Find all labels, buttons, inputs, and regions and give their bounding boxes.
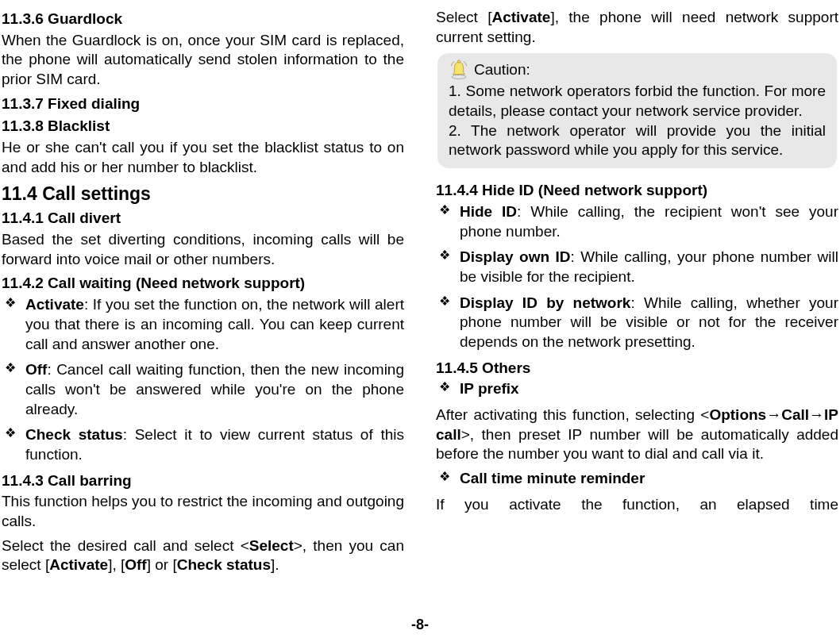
term-display-id-by-network: Display ID by network: [460, 294, 630, 311]
term-call: Call: [781, 406, 809, 423]
term-hide-id: Hide ID: [460, 203, 517, 220]
svg-point-0: [452, 75, 466, 79]
term-activate: Activate: [491, 9, 550, 25]
heading-11-4-2: 11.4.2 Call waiting (Need network suppor…: [2, 274, 404, 294]
term-check-status: Check status: [177, 556, 271, 573]
left-column: 11.3.6 Guardlock When the Guardlock is o…: [2, 6, 404, 609]
paragraph: Select the desired call and select <Sele…: [2, 536, 404, 575]
arrow-icon: →: [809, 406, 824, 423]
heading-11-4-4: 11.4.4 Hide ID (Need network support): [436, 181, 838, 201]
right-column: Select [Activate], the phone will need n…: [436, 6, 838, 609]
text: Select the desired call and select <: [2, 537, 249, 554]
paragraph: He or she can't call you if you set the …: [2, 138, 404, 177]
list-item: IP prefix: [436, 379, 838, 399]
text: ] or [: [147, 556, 177, 573]
list-item: Display ID by network: While calling, wh…: [436, 294, 838, 352]
page: 11.3.6 Guardlock When the Guardlock is o…: [0, 0, 840, 638]
heading-11-3-6: 11.3.6 Guardlock: [2, 10, 404, 29]
heading-11-4-1: 11.4.1 Call divert: [2, 209, 404, 229]
text: >, then preset IP number will be automat…: [436, 426, 838, 463]
list-item: Call time minute reminder: [436, 469, 838, 489]
paragraph: After activating this function, selectin…: [436, 405, 838, 464]
term-activate: Activate: [25, 296, 84, 313]
paragraph: If you activate the function, an elapsed…: [436, 495, 838, 515]
list-text: : While calling, the recipient won't see…: [460, 203, 838, 240]
text: After activating this function, selectin…: [436, 406, 709, 423]
caution-header: Caution:: [449, 60, 826, 80]
term-display-own-id: Display own ID: [460, 248, 571, 265]
term-call-time-reminder: Call time minute reminder: [460, 470, 645, 486]
list-item: Check status: Select it to view current …: [2, 425, 404, 464]
caution-bell-icon: [449, 60, 469, 80]
heading-11-3-7: 11.3.7 Fixed dialing: [2, 94, 404, 114]
paragraph: Select [Activate], the phone will need n…: [436, 8, 838, 47]
heading-11-4: 11.4 Call settings: [2, 183, 404, 206]
list-item: Activate: If you set the function on, th…: [2, 295, 404, 354]
list-others-2: Call time minute reminder: [436, 469, 838, 489]
paragraph: When the Guardlock is on, once your SIM …: [2, 31, 404, 90]
list-hide-id: Hide ID: While calling, the recipient wo…: [436, 202, 838, 352]
term-select: Select: [249, 537, 294, 554]
text: ], [: [108, 556, 125, 573]
term-activate: Activate: [49, 556, 108, 573]
term-check-status: Check status: [25, 426, 123, 443]
term-off: Off: [125, 556, 146, 573]
caution-label: Caution:: [474, 60, 530, 80]
caution-box: Caution: 1. Some network operators forbi…: [437, 53, 837, 168]
text: ].: [271, 556, 279, 573]
arrow-icon: →: [766, 406, 781, 423]
list-item: Hide ID: While calling, the recipient wo…: [436, 202, 838, 241]
page-number: -8-: [0, 617, 840, 633]
heading-11-4-5: 11.4.5 Others: [436, 359, 838, 379]
list-others: IP prefix: [436, 379, 838, 399]
columns: 11.3.6 Guardlock When the Guardlock is o…: [0, 6, 840, 609]
svg-point-1: [457, 60, 460, 63]
list-item: Display own ID: While calling, your phon…: [436, 248, 838, 286]
paragraph: Based the set diverting conditions, inco…: [2, 230, 404, 269]
paragraph: This function helps you to restrict the …: [2, 492, 404, 531]
list-item: Off: Cancel call waiting function, then …: [2, 360, 404, 419]
list-call-waiting: Activate: If you set the function on, th…: [2, 295, 404, 465]
heading-11-3-8: 11.3.8 Blacklist: [2, 117, 404, 136]
term-ip-prefix: IP prefix: [460, 380, 519, 397]
term-options: Options: [709, 406, 766, 423]
heading-11-4-3: 11.4.3 Call barring: [2, 471, 404, 491]
term-off: Off: [25, 361, 47, 378]
list-text: : Cancel call waiting function, then the…: [25, 361, 404, 417]
caution-body: 1. Some network operators forbid the fun…: [449, 82, 826, 160]
text: Select [: [436, 9, 491, 25]
